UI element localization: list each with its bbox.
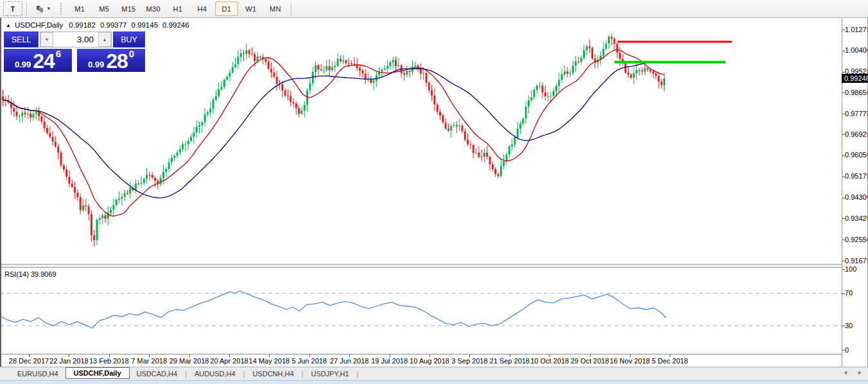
candle-body — [525, 107, 527, 118]
candle-body — [49, 133, 51, 137]
candle-body — [541, 85, 543, 92]
chart-tab-bar: EURUSD,H4USDCHF,DailyUSDCAD,H4|AUDUSD,H4… — [0, 367, 868, 380]
timeframe-button-m30[interactable]: M30 — [142, 1, 165, 16]
timeframe-button-m1[interactable]: M1 — [68, 1, 91, 16]
candle-body — [165, 169, 167, 171]
candle-body — [337, 59, 339, 66]
date-axis-tick — [469, 354, 470, 357]
price-axis-label: 0.94300 — [845, 193, 868, 202]
price-axis-label: 0.98650 — [845, 89, 868, 97]
candle-body — [657, 76, 659, 82]
tab-scroll-right-icon[interactable]: ► — [857, 369, 863, 376]
candle-body — [259, 57, 261, 57]
candle-body — [389, 62, 391, 66]
candle-body — [21, 112, 23, 116]
tab-usdcad-h4[interactable]: USDCAD,H4 — [130, 369, 185, 379]
candle-body — [257, 57, 259, 61]
toolbar-grip[interactable] — [60, 3, 64, 15]
collapse-marker-icon[interactable]: ▲ — [6, 22, 11, 28]
candle-body — [486, 153, 488, 157]
timeframe-button-mn[interactable]: MN — [264, 1, 287, 16]
candle-body — [35, 112, 37, 114]
candle-body — [627, 73, 629, 74]
candle-body — [234, 64, 236, 67]
timeframe-button-m5[interactable]: M5 — [92, 1, 116, 16]
candle-body — [126, 193, 128, 194]
time-axis[interactable]: 28 Dec 201722 Jan 201813 Feb 20187 Mar 2… — [0, 354, 842, 367]
dropdown-caret-icon[interactable]: ▼ — [46, 6, 51, 12]
sell-price-box[interactable]: 0.99 24 6 — [4, 49, 72, 72]
candle-body — [633, 73, 635, 78]
price-axis-tick — [842, 72, 845, 73]
chart-tabs: EURUSD,H4USDCHF,DailyUSDCAD,H4|AUDUSD,H4… — [10, 369, 359, 379]
volume-increase-button[interactable]: ▲ — [98, 32, 111, 47]
text-tool-button[interactable]: T — [3, 1, 22, 16]
price-axis[interactable]: 1.012751.004000.995250.986500.977750.969… — [842, 18, 868, 367]
date-axis-tick — [550, 354, 550, 357]
candle-body — [143, 179, 145, 182]
buy-price-base: 0.99 — [88, 60, 104, 69]
tab-usdcnh-h4[interactable]: USDCNH,H4 — [245, 369, 300, 379]
candle-body — [467, 140, 469, 144]
candle-body — [481, 157, 483, 157]
candle-body — [650, 69, 652, 71]
candle-body — [528, 100, 530, 107]
candle-body — [514, 137, 516, 144]
volume-decrease-button[interactable]: ▼ — [40, 32, 53, 47]
ohlc-open: 0.99182 — [69, 21, 96, 29]
volume-input[interactable] — [53, 32, 98, 47]
candle-body — [60, 153, 62, 166]
date-axis-label: 20 Apr 2018 — [210, 357, 248, 365]
sell-price-pips: 24 — [33, 53, 55, 69]
buy-button[interactable]: BUY — [113, 31, 145, 48]
candle-body — [630, 74, 632, 78]
candle-body — [63, 166, 65, 170]
rsi-chart-canvas[interactable] — [0, 268, 842, 354]
candle-body — [461, 126, 463, 132]
tab-eurusd-h4[interactable]: EURUSD,H4 — [10, 369, 65, 379]
timeframe-button-m15[interactable]: M15 — [117, 1, 140, 16]
candle-body — [351, 64, 352, 64]
candle-body — [110, 210, 112, 213]
timeframe-button-h4[interactable]: H4 — [191, 1, 214, 16]
tab-audusd-h4[interactable]: AUDUSD,H4 — [187, 369, 243, 379]
candle-body — [152, 175, 153, 178]
candle-body — [539, 85, 541, 86]
candle-body — [13, 108, 15, 112]
timeframe-button-h1[interactable]: H1 — [166, 1, 189, 16]
candle-body — [437, 105, 438, 112]
buy-price-box[interactable]: 0.99 28 0 — [77, 49, 145, 72]
candle-body — [85, 205, 87, 207]
candle-body — [99, 218, 101, 220]
chart-symbol-period: USDCHF,Daily — [15, 21, 63, 29]
arrows-tool-button[interactable]: ▼ — [31, 1, 56, 16]
one-click-trading-panel: SELL ▼ ▲ BUY 0.99 24 6 0.99 28 0 — [4, 31, 145, 72]
tab-usdchf-daily[interactable]: USDCHF,Daily — [65, 367, 130, 379]
candle-body — [483, 153, 485, 157]
candle-body — [320, 69, 322, 70]
candle-body — [602, 49, 604, 56]
candle-body — [196, 127, 198, 133]
ma-slow-line — [3, 62, 664, 198]
ohlc-low: 0.99145 — [131, 21, 158, 29]
candle-body — [469, 144, 471, 145]
tab-usdjpy-h1[interactable]: USDJPY,H1 — [304, 369, 356, 379]
tab-scroll-left-icon[interactable]: ◄ — [842, 369, 848, 376]
status-strip — [0, 380, 868, 384]
candle-body — [572, 65, 574, 73]
sell-button[interactable]: SELL — [4, 31, 39, 48]
candle-body — [32, 114, 34, 118]
candle-body — [566, 71, 568, 73]
timeframe-button-d1[interactable]: D1 — [215, 1, 238, 16]
candle-body — [179, 149, 181, 152]
candle-body — [91, 214, 92, 236]
candle-body — [209, 109, 211, 112]
candle-body — [345, 60, 347, 63]
timeframe-button-w1[interactable]: W1 — [239, 1, 263, 16]
candle-body — [295, 103, 297, 108]
candle-body — [544, 92, 546, 96]
candle-body — [447, 128, 449, 130]
candle-body — [478, 153, 480, 157]
candle-body — [223, 80, 225, 87]
rsi-axis-tick — [842, 350, 845, 351]
